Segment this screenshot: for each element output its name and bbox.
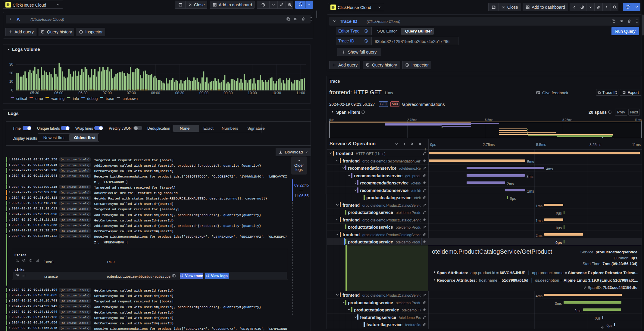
svg-text:20: 20	[9, 71, 14, 75]
svg-text:info: info	[73, 97, 79, 101]
svg-text:06:30: 06:30	[78, 91, 87, 95]
svg-text:09:30: 09:30	[224, 91, 233, 95]
svg-text:09:00: 09:00	[199, 91, 208, 95]
svg-text:05:30: 05:30	[30, 91, 39, 95]
svg-text:trace: trace	[106, 97, 114, 101]
svg-text:10:30: 10:30	[272, 91, 281, 95]
svg-text:11:00: 11:00	[296, 91, 305, 95]
svg-text:critical: critical	[16, 97, 27, 101]
svg-text:unknown: unknown	[123, 97, 138, 101]
svg-text:07:00: 07:00	[103, 91, 112, 95]
svg-text:error: error	[36, 97, 43, 101]
svg-text:08:00: 08:00	[151, 91, 160, 95]
svg-text:30: 30	[9, 62, 14, 67]
svg-text:debug: debug	[87, 97, 98, 101]
svg-text:0: 0	[11, 88, 13, 92]
svg-text:10: 10	[9, 79, 14, 84]
svg-text:warning: warning	[51, 97, 65, 101]
svg-text:07:30: 07:30	[127, 91, 136, 95]
svg-text:06:00: 06:00	[54, 91, 63, 95]
svg-text:08:30: 08:30	[175, 91, 184, 95]
svg-text:10:00: 10:00	[248, 91, 257, 95]
